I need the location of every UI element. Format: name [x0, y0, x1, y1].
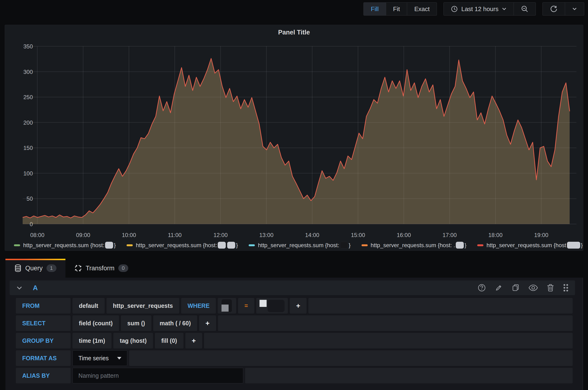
x-tick-label: 10:00 [122, 232, 136, 238]
display-mode-group: Fill Fit Exact [363, 2, 437, 16]
redaction-blob [259, 300, 267, 307]
legend-item-1[interactable]: http_server_requests.sum {host: } [127, 242, 238, 248]
query-delete-trash-icon[interactable] [546, 283, 555, 292]
query-row-from: FROMdefaulthttp_server_requestsWHERE=+ [16, 298, 573, 313]
legend-label: http_server_requests.sum {host [487, 242, 566, 248]
query-editor-panel: A [5, 278, 583, 390]
redacted-host-value [105, 242, 113, 248]
redacted-tag-key[interactable] [218, 298, 236, 313]
refresh-button[interactable] [543, 2, 565, 15]
add-segment-button[interactable]: + [185, 333, 202, 348]
timeseries-chart[interactable]: 05010015020025030035008:0009:0010:0011:0… [5, 25, 583, 250]
query-row-format-as: FORMAT ASTime series [16, 350, 573, 366]
query-part-label[interactable]: GROUP BY [16, 333, 71, 348]
series-area-fill [23, 58, 570, 224]
time-picker-group: Last 12 hours [443, 2, 536, 16]
chevron-down-icon [502, 7, 506, 11]
query-segment[interactable]: math ( / 60) [153, 315, 197, 331]
x-tick-label: 08:00 [30, 232, 44, 238]
format-as-select[interactable]: Time series [72, 350, 127, 366]
tab-transform[interactable]: Transform 0 [65, 259, 137, 278]
graph-panel: Panel Title 05010015020025030035008:0009… [5, 25, 583, 251]
tab-query-label: Query [25, 265, 43, 272]
display-mode-fill-button[interactable]: Fill [364, 2, 386, 15]
legend-label: http_server_requests.sum {host: . [371, 242, 455, 248]
legend-swatch [362, 244, 368, 246]
x-tick-label: 12:00 [213, 232, 228, 238]
tab-query[interactable]: Query 1 [5, 259, 65, 278]
query-part-label[interactable]: ALIAS BY [16, 368, 71, 383]
y-tick-label: 150 [23, 145, 33, 151]
tab-transform-label: Transform [86, 265, 114, 272]
magnifier-minus-icon [521, 5, 529, 13]
query-segment[interactable]: fill (0) [155, 333, 184, 348]
query-segment[interactable]: sum () [121, 315, 151, 331]
query-segment[interactable]: WHERE [181, 298, 216, 313]
legend-swatch [477, 244, 483, 246]
alias-by-input[interactable] [72, 368, 243, 383]
refresh-icon [550, 5, 558, 13]
chevron-down-icon [572, 7, 577, 11]
legend-label-suffix: } [349, 242, 351, 248]
zoom-out-time-button[interactable] [514, 2, 536, 15]
legend-item-0[interactable]: http_server_requests.sum {host: } [14, 242, 116, 248]
time-range-button[interactable]: Last 12 hours [444, 2, 514, 15]
query-edit-pencil-icon[interactable] [494, 283, 503, 292]
query-segment[interactable]: field (count) [72, 315, 119, 331]
query-segment[interactable]: http_server_requests [106, 298, 179, 313]
query-row-alias-by: ALIAS BY [16, 368, 573, 383]
row-filler [129, 350, 573, 366]
query-segment[interactable]: time (1m) [72, 333, 111, 348]
legend-swatch [249, 244, 255, 246]
add-segment-button[interactable]: + [290, 298, 307, 313]
legend-label-suffix: } [581, 242, 583, 248]
x-tick-label: 18:00 [488, 232, 502, 238]
redacted-host-value [567, 242, 580, 248]
legend-item-4[interactable]: http_server_requests.sum {host } [477, 242, 583, 248]
query-help-icon[interactable] [477, 283, 486, 292]
query-duplicate-copy-icon[interactable] [511, 283, 520, 292]
y-tick-label: 250 [23, 94, 33, 100]
y-tick-label: 200 [23, 119, 33, 126]
x-tick-label: 13:00 [259, 232, 273, 238]
refresh-interval-dropdown[interactable] [565, 2, 584, 15]
query-part-label[interactable]: FORMAT AS [16, 350, 71, 366]
legend-label-suffix: } [114, 242, 116, 248]
query-segment[interactable]: default [72, 298, 105, 313]
row-filler [204, 333, 573, 348]
query-part-label[interactable]: SELECT [16, 315, 71, 331]
query-rows: FROMdefaulthttp_server_requestsWHERE=+SE… [16, 298, 573, 385]
query-toggle-visibility-eye-icon[interactable] [528, 284, 538, 292]
query-row-header[interactable]: A [10, 281, 575, 295]
x-tick-label: 17:00 [442, 232, 457, 238]
query-refid: A [33, 284, 38, 292]
legend-item-2[interactable]: http_server_requests.sum {host: } [249, 242, 350, 248]
query-part-label[interactable]: FROM [16, 298, 71, 313]
row-filler [218, 315, 573, 331]
transform-icon [74, 264, 82, 272]
y-tick-label: 100 [23, 170, 33, 177]
add-segment-button[interactable]: + [199, 315, 216, 331]
database-icon [14, 264, 21, 272]
x-tick-label: 16:00 [397, 232, 411, 238]
legend-item-3[interactable]: http_server_requests.sum {host: . } [362, 242, 467, 248]
legend-label: http_server_requests.sum {host: [23, 242, 104, 248]
x-tick-label: 14:00 [305, 232, 319, 238]
query-count-badge: 1 [47, 264, 56, 272]
legend: http_server_requests.sum {host: }http_se… [14, 242, 583, 248]
redacted-host-value [218, 242, 226, 248]
legend-swatch [14, 244, 20, 246]
caret-down-icon [117, 357, 121, 360]
query-drag-handle-icon[interactable] [563, 283, 569, 292]
format-as-value: Time series [78, 355, 109, 362]
display-mode-fit-button[interactable]: Fit [386, 2, 407, 15]
query-segment[interactable]: tag (host) [113, 333, 153, 348]
row-filler [245, 368, 573, 383]
y-tick-label: 300 [23, 69, 33, 75]
x-tick-label: 19:00 [534, 232, 548, 238]
collapse-query-chevron-icon[interactable] [16, 286, 22, 290]
display-mode-exact-button[interactable]: Exact [407, 2, 437, 15]
panel-editor-toolbar: Fill Fit Exact Last 12 hours [363, 2, 584, 16]
query-segment[interactable]: = [238, 298, 254, 313]
redacted-tag-value[interactable] [256, 298, 288, 313]
